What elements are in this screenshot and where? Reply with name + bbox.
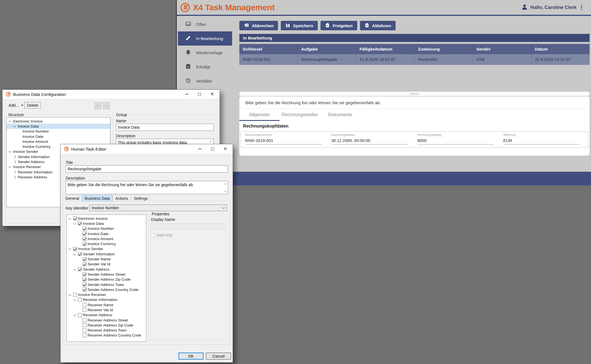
checkbox[interactable] [83, 272, 86, 276]
checkbox[interactable] [83, 318, 86, 322]
tree-item[interactable]: Invoice Data [67, 221, 146, 226]
tab-dokumente[interactable]: Dokumente [320, 109, 360, 121]
ok-button[interactable]: OK [178, 353, 203, 360]
checkbox[interactable] [78, 313, 82, 317]
tree-item[interactable]: Receiver Name [67, 302, 146, 307]
chevron-down-icon[interactable] [13, 124, 17, 128]
window-titlebar[interactable]: Human Task Editor ✕ [61, 144, 233, 154]
checkbox[interactable] [73, 216, 77, 220]
minimize-icon[interactable] [185, 94, 188, 94]
column-header[interactable]: Datum [531, 44, 590, 54]
freigeben-button[interactable]: Freigeben [321, 21, 357, 30]
chevron-down-icon[interactable] [8, 119, 12, 123]
checkbox[interactable] [83, 257, 86, 261]
sidebar-item-wiedervorlage[interactable]: Wiedervorlage [178, 46, 232, 60]
field-rechnungsnummer[interactable]: Rechnungsnummer RNR-2018-001 [242, 132, 329, 148]
checkbox[interactable] [78, 298, 82, 302]
checkbox[interactable] [83, 323, 86, 327]
sidebar-item-offen[interactable]: Offen [178, 17, 232, 31]
scroll-down-icon[interactable] [224, 191, 226, 193]
tree-item[interactable]: Invoice Amount [7, 139, 110, 144]
tree-item[interactable]: Invoice Data [7, 124, 110, 129]
tree-item[interactable]: Invoice Number [7, 129, 110, 134]
tree-item[interactable]: Invoice Currency [67, 241, 146, 246]
tree-item[interactable]: Sender Address Zip Code [67, 277, 146, 282]
tree-item[interactable]: Sender Address Country Code [67, 287, 146, 292]
tree-item[interactable]: Receiver Address Country Code [67, 333, 146, 338]
checkbox[interactable] [83, 227, 86, 231]
checkbox[interactable] [83, 262, 86, 266]
checkbox[interactable] [78, 252, 82, 256]
chevron-down-icon[interactable] [73, 252, 77, 256]
tree-item[interactable]: Receiver Address Zip Code [67, 323, 146, 328]
close-icon[interactable]: ✕ [210, 92, 214, 96]
tab-allgemein[interactable]: Allgemein [239, 109, 280, 121]
chevron-down-icon[interactable] [68, 217, 72, 220]
cancel-button[interactable]: Cancel [206, 353, 231, 360]
column-header[interactable]: Sender [473, 44, 531, 54]
tree-item[interactable]: Receiver Vat Id [67, 307, 146, 312]
chevron-down-icon[interactable] [8, 150, 12, 153]
field-rechnungsdatum[interactable]: Rechnungsdatum 30.11.2009, 00:00:00 [329, 132, 415, 148]
checkbox[interactable] [83, 278, 86, 281]
task-description-textarea[interactable]: Bitte geben Sie die Rechnung frei oder l… [66, 181, 228, 194]
column-header[interactable]: Fälligkeitsdatum [356, 44, 414, 54]
tree-item[interactable]: Electronic Invoice [7, 119, 110, 124]
tree-item[interactable]: Sender Vat Id [67, 262, 146, 267]
tree-item[interactable]: Sender Address [67, 267, 146, 272]
field-rechnungsbetrag[interactable]: Rechnungsbetrag 9000 [414, 132, 501, 148]
scroll-up-icon[interactable] [224, 183, 226, 185]
sidebar-item-erledigt[interactable]: Erledigt [178, 60, 232, 74]
chevron-down-icon[interactable] [68, 293, 72, 296]
chevron-down-icon[interactable] [73, 268, 77, 271]
tree-item[interactable]: Invoice Date [7, 134, 110, 139]
maximize-icon[interactable] [211, 148, 214, 151]
chevron-right-icon[interactable] [13, 155, 17, 159]
chevron-right-icon[interactable] [13, 175, 17, 179]
chevron-down-icon[interactable] [73, 298, 77, 301]
chevron-right-icon[interactable] [13, 160, 17, 164]
scroll-up-icon[interactable] [209, 140, 212, 142]
tree-item[interactable]: Invoice Number [67, 226, 146, 231]
tree-item[interactable]: Invoice Date [67, 231, 146, 236]
chevron-down-icon[interactable] [68, 247, 72, 251]
tree-item[interactable]: Receiver Address Town [67, 328, 146, 333]
checkbox[interactable] [83, 308, 86, 312]
checkbox[interactable] [78, 267, 82, 271]
checkbox[interactable] [83, 232, 86, 236]
close-icon[interactable]: ✕ [224, 147, 227, 151]
tree-item[interactable]: Sender Address Town [67, 282, 146, 287]
tree-item[interactable]: Receiver Information [67, 297, 146, 302]
table-row[interactable]: RNR-2018-001 Rechnungsfreigabe 31.8.2020… [239, 54, 590, 65]
checkbox[interactable] [73, 293, 77, 297]
task-title-input[interactable]: Rechnungsfreigabe [66, 165, 228, 173]
minimize-icon[interactable] [198, 149, 202, 149]
tree-item[interactable]: Invoice Sender [67, 246, 146, 251]
chevron-right-icon[interactable] [13, 170, 17, 174]
tree-item[interactable]: Receiver Address [67, 313, 146, 318]
more-menu-icon[interactable] [579, 4, 584, 11]
ablehnen-button[interactable]: Ablehnen [360, 21, 396, 30]
tree-item[interactable]: Sender Address Street [67, 272, 146, 277]
speichern-button[interactable]: Speichern [281, 21, 318, 30]
tab-rechnungssteller[interactable]: Rechnungssteller [280, 109, 320, 121]
delete-button[interactable]: Delete [24, 102, 41, 109]
add-dropdown[interactable]: Add... [9, 103, 23, 108]
tree-item[interactable]: Sender Name [67, 256, 146, 261]
abbrechen-button[interactable]: Abbrechen [239, 21, 278, 30]
group-name-input[interactable]: Invoice Data [116, 124, 214, 131]
chevron-down-icon[interactable] [73, 222, 77, 225]
maximize-icon[interactable] [198, 93, 201, 96]
column-header[interactable]: Schlüssel [239, 44, 297, 54]
checkbox[interactable] [83, 288, 86, 291]
tree-item[interactable]: Receiver Address Street [67, 318, 146, 323]
window-titlebar[interactable]: Business Data Configuration ✕ [3, 90, 220, 99]
read-only-checkbox[interactable] [151, 233, 155, 237]
checkbox[interactable] [83, 242, 86, 246]
field-waehrung[interactable]: Währung EUR [501, 132, 587, 148]
checkbox[interactable] [83, 303, 86, 307]
checkbox[interactable] [83, 328, 86, 332]
sidebar-item-in-bearbeitung[interactable]: In Bearbeitung [178, 31, 232, 46]
splitter-handle[interactable] [239, 92, 590, 96]
checkbox[interactable] [83, 283, 86, 286]
